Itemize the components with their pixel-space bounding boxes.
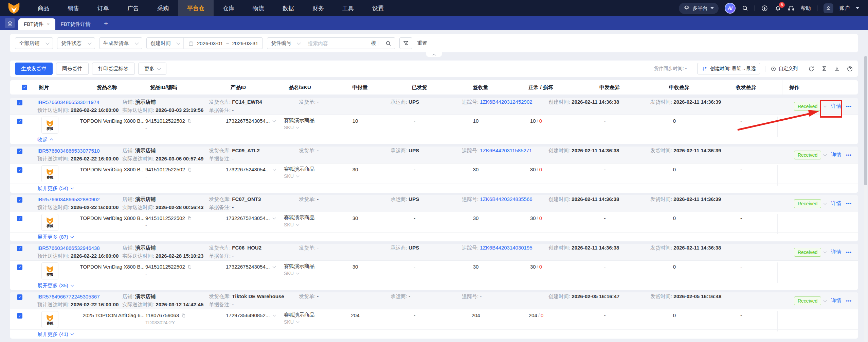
expand-collapse-link[interactable]: 展开更多 (87) [37,234,73,240]
user-avatar[interactable] [824,3,833,13]
time-field-select[interactable]: 创建时间 [147,40,183,47]
copy-icon[interactable] [187,264,192,269]
tab-fbt-shipments[interactable]: FBT货件 × [18,18,55,30]
status-chevron-icon[interactable] [824,153,827,156]
home-tab-button[interactable] [5,18,15,28]
chevron-down-icon[interactable] [296,223,299,226]
nav-item-tools[interactable]: 工具 [333,0,363,16]
nav-item-settings[interactable]: 设置 [363,0,393,16]
advanced-filter-button[interactable] [399,37,412,49]
more-actions-icon[interactable]: ••• [846,298,852,303]
nav-item-products[interactable]: 商品 [29,0,58,16]
detail-link[interactable]: 详情 [831,297,841,304]
shipment-checkbox[interactable]: ✓ [17,294,22,300]
shipment-checkbox[interactable]: ✓ [17,149,22,154]
search-field-select[interactable]: 货件编号 [267,40,304,47]
chevron-down-icon[interactable] [296,271,299,275]
print-product-labels-button[interactable]: 打印货品标签 [92,63,135,75]
detail-link[interactable]: 详情 [831,200,841,207]
nav-item-finance[interactable]: 财务 [303,0,333,16]
nav-item-logistics[interactable]: 物流 [243,0,273,16]
product-checkbox[interactable]: ✓ [17,167,22,173]
shipment-status-select[interactable]: 货件状态 [57,37,95,49]
chevron-down-icon[interactable] [273,265,276,268]
app-logo-fox-icon[interactable] [7,2,20,14]
status-chevron-icon[interactable] [824,104,827,107]
product-checkbox[interactable]: ✓ [17,216,22,221]
add-tab-button[interactable]: + [104,19,108,28]
tab-fbt-shipment-details[interactable]: FBT货件详情 [55,18,96,30]
expand-collapse-link[interactable]: 收起 [37,137,53,143]
search-input[interactable] [304,40,371,46]
customize-columns-button[interactable]: 自定义列 [771,66,798,72]
fuzzy-match-toggle[interactable]: 模 [371,40,379,47]
reset-filters-button[interactable]: 重置 [417,40,427,47]
sort-order-button[interactable]: 创建时间: 最近→最远 [697,63,760,74]
nav-item-platform-warehouse[interactable]: 平台仓 [178,0,214,16]
date-range-input[interactable]: 2026-03-01 ~ 2026-03-31 [184,40,263,46]
shipment-id-link[interactable]: IBR5766034866532946438 [37,245,100,251]
task-hourglass-icon[interactable] [821,66,827,72]
expand-collapse-link[interactable]: 展开更多 (35) [37,283,73,289]
tracking-number-link[interactable]: - [480,293,482,299]
more-actions-icon[interactable]: ••• [846,104,852,109]
product-checkbox[interactable]: ✓ [17,264,22,270]
import-export-icon[interactable] [761,5,768,12]
shipment-id-link[interactable]: IBR5766034866533011974 [37,99,99,105]
collapse-filter-notch[interactable] [426,52,442,57]
status-chevron-icon[interactable] [824,201,827,205]
shipment-checkbox[interactable]: ✓ [17,100,22,105]
chevron-down-icon[interactable] [296,174,299,177]
shipment-checkbox[interactable]: ✓ [17,197,22,203]
scrollbar-thumb[interactable] [864,56,867,185]
chevron-down-icon[interactable] [273,313,276,317]
nav-item-sales[interactable]: 销售 [58,0,88,16]
copy-icon[interactable] [187,119,192,123]
copy-icon[interactable] [187,216,192,221]
more-actions-icon[interactable]: ••• [846,250,852,255]
chevron-down-icon[interactable] [856,7,859,9]
select-all-checkbox[interactable]: ✓ [22,85,27,90]
expand-collapse-link[interactable]: 展开更多 (54) [37,185,73,192]
shipment-id-link[interactable]: IBR5766034866532880902 [37,196,100,202]
export-download-icon[interactable] [834,66,840,72]
search-submit-icon[interactable] [382,40,395,47]
expand-collapse-link[interactable]: 展开更多 (41) [37,331,73,338]
copy-icon[interactable] [187,167,192,172]
more-actions-button[interactable]: 更多 [138,63,166,75]
tracking-number-link[interactable]: 1ZK6B4420324835566 [480,196,532,202]
chevron-down-icon[interactable] [296,320,299,323]
chevron-down-icon[interactable] [273,216,276,220]
account-label[interactable]: 账户 [839,5,850,12]
chevron-down-icon[interactable] [273,168,276,171]
nav-item-orders[interactable]: 订单 [88,0,118,16]
product-checkbox[interactable]: ✓ [17,119,22,124]
nav-item-purchase[interactable]: 采购 [148,0,178,16]
shipment-checkbox[interactable]: ✓ [17,246,22,251]
help-circle-icon[interactable] [847,66,853,72]
copy-icon[interactable] [181,313,186,318]
tracking-number-link[interactable]: 1ZK6B4420314030195 [480,245,532,251]
detail-link[interactable]: 详情 [831,249,841,255]
shipment-id-link[interactable]: IBR5766034866533077510 [37,148,100,154]
chevron-down-icon[interactable] [296,125,299,129]
sync-shipments-button[interactable]: 同步货件 [56,63,89,75]
search-icon[interactable] [742,5,748,12]
product-checkbox[interactable]: ✓ [17,313,22,319]
notifications-bell-icon[interactable]: 8 [774,5,781,12]
more-actions-icon[interactable]: ••• [846,152,852,157]
refresh-icon[interactable] [808,66,815,72]
close-icon[interactable]: × [47,21,50,27]
nav-item-warehouse[interactable]: 仓库 [214,0,243,16]
nav-item-ads[interactable]: 广告 [118,0,148,16]
chevron-down-icon[interactable] [273,119,276,122]
shipment-id-link[interactable]: IBR5764966772245305367 [37,294,100,300]
tracking-number-link[interactable]: 1ZK6B4420311585271 [480,148,532,153]
status-chevron-icon[interactable] [824,298,827,302]
multi-platform-switcher[interactable]: 多平台 [679,3,719,14]
detail-link[interactable]: 详情 [831,152,841,158]
doc-type-select[interactable]: 生成发货单 [99,37,142,49]
more-actions-icon[interactable]: ••• [846,201,852,206]
vertical-scrollbar[interactable] [864,56,867,342]
detail-link[interactable]: 详情 [831,103,841,109]
